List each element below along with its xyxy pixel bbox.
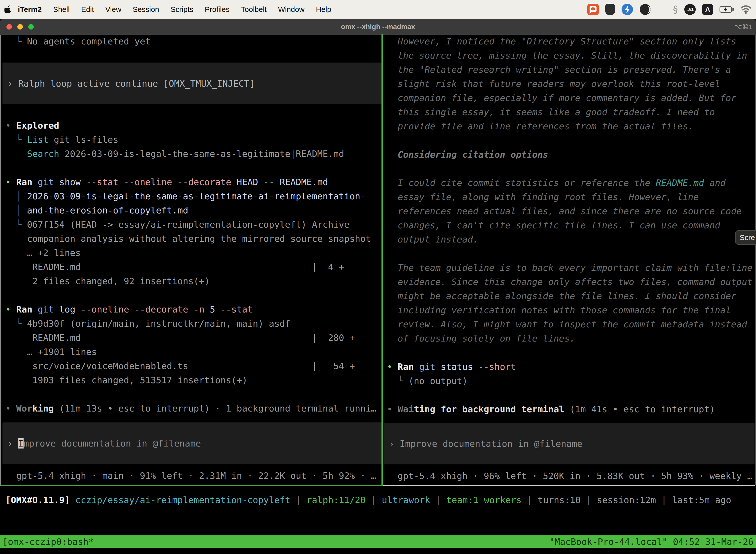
battery-percent-icon[interactable]: ..61 bbox=[684, 4, 696, 15]
text-segment: essay file, along with finding root file… bbox=[387, 192, 699, 202]
battery-icon[interactable] bbox=[719, 6, 734, 13]
menu-item-edit[interactable]: Edit bbox=[81, 5, 94, 14]
text-segment: cczip/essay/ai-reimplementation-copyleft bbox=[75, 495, 291, 505]
keeper-icon[interactable] bbox=[587, 4, 599, 15]
text-segment: • bbox=[5, 120, 16, 130]
text-segment: › bbox=[389, 439, 399, 449]
terminal-line bbox=[2, 48, 382, 63]
text-segment: … +2 lines bbox=[5, 248, 81, 258]
text-segment: Wai bbox=[397, 404, 414, 414]
omx-status-line: [OMX#0.11.9] cczip/essay/ai-reimplementa… bbox=[2, 493, 754, 507]
inject-banner[interactable]: › Ralph loop active continue [OMX_TMUX_I… bbox=[2, 63, 382, 104]
text-segment: king bbox=[32, 403, 54, 413]
terminal-line: • Ran git log --oneline --decorate -n 5 … bbox=[2, 302, 382, 317]
text-segment: Ralph loop active continue [OMX_TMUX_INJ… bbox=[18, 78, 255, 89]
text-segment: Ran bbox=[16, 177, 32, 187]
text-segment: └ bbox=[5, 36, 27, 46]
text-segment: | bbox=[656, 495, 672, 505]
menu-item-toolbelt[interactable]: Toolbelt bbox=[241, 5, 267, 14]
text-segment: 067f154 (HEAD -> essay/ai-reimplementati… bbox=[27, 219, 350, 230]
text-segment: git ls-files bbox=[48, 134, 118, 145]
right-input-box[interactable]: › Improve documentation in @filename bbox=[384, 423, 755, 464]
left-input-box[interactable]: › Improve documentation in @filename bbox=[2, 423, 382, 464]
menu-item-view[interactable]: View bbox=[106, 5, 121, 14]
window-titlebar[interactable]: omx --xhigh --madmax ⌥⌘1 bbox=[0, 19, 756, 35]
text-segment: 1903 files changed, 513517 insertions(+) bbox=[5, 375, 247, 385]
text-segment: ting for background terminal bbox=[414, 404, 564, 414]
text-segment: However, I noticed the "Directory Struct… bbox=[387, 36, 737, 46]
right-pane-bottom-border bbox=[383, 485, 755, 486]
text-segment: status bbox=[435, 362, 478, 372]
text-segment bbox=[129, 304, 135, 315]
text-segment: -- bbox=[134, 304, 145, 315]
dots-grid-icon[interactable] bbox=[657, 5, 667, 14]
text-segment bbox=[188, 304, 194, 315]
menu-item-window[interactable]: Window bbox=[278, 5, 305, 14]
text-segment: Explored bbox=[16, 120, 59, 130]
menu-item-shell[interactable]: Shell bbox=[53, 5, 70, 14]
text-segment bbox=[32, 177, 38, 187]
terminal-line: the source tree, missing the essay. Stil… bbox=[384, 48, 755, 63]
input-source-icon[interactable]: A bbox=[702, 4, 713, 15]
terminal-line: of focusing solely on file lines. bbox=[384, 331, 755, 345]
apple-icon bbox=[4, 5, 11, 14]
text-segment: └ bbox=[5, 319, 27, 329]
text-segment: No agents completed yet bbox=[27, 36, 151, 46]
text-segment: mprove documentation in @filename bbox=[23, 438, 201, 448]
text-segment: stat bbox=[231, 304, 253, 315]
text-segment: │ bbox=[5, 191, 27, 201]
text-segment: › bbox=[7, 78, 18, 89]
apple-menu[interactable] bbox=[4, 5, 11, 14]
text-segment: README.md bbox=[656, 178, 704, 188]
left-pane-bottom-border bbox=[1, 485, 381, 486]
terminal-line: src/voice/voiceModeEnabled.ts | 54 + bbox=[2, 359, 382, 373]
screen-tooltip-label: Scre bbox=[740, 233, 755, 242]
terminal-line: └ 4b9d30f (origin/main, instructkr/main,… bbox=[2, 317, 382, 331]
menu-item-session[interactable]: Session bbox=[133, 5, 159, 14]
right-input-prompt[interactable]: › Improve documentation in @filename bbox=[384, 437, 755, 451]
text-segment: The team guideline is to back every impo… bbox=[387, 263, 753, 273]
screen: iTerm2 Shell Edit View Session Scripts P… bbox=[0, 0, 756, 554]
left-input-prompt[interactable]: › Improve documentation in @filename bbox=[2, 436, 382, 450]
pane-divider[interactable] bbox=[381, 34, 383, 486]
terminal-line: • Ran git status --short bbox=[384, 359, 755, 374]
text-segment: I bbox=[18, 438, 23, 448]
text-segment: 2026-03-09-is-legal-the-same-as-legitima… bbox=[27, 191, 366, 201]
text-segment: this single essay, it seems like a good … bbox=[387, 107, 715, 117]
text-segment: README.md bbox=[274, 177, 328, 187]
left-pane-lines-top: └ No agents completed yet bbox=[2, 34, 382, 63]
menu-item-help[interactable]: Help bbox=[316, 5, 331, 14]
crescent-icon[interactable] bbox=[639, 4, 651, 15]
text-segment: └ bbox=[5, 134, 27, 145]
text-segment: Ran bbox=[16, 304, 32, 315]
text-segment: oneline bbox=[134, 177, 172, 187]
text-segment: Search bbox=[27, 149, 59, 159]
menu-items: iTerm2 Shell Edit View Session Scripts P… bbox=[18, 5, 331, 14]
text-segment: 2 files changed, 92 insertions(+) bbox=[5, 276, 210, 286]
text-segment: Ran bbox=[397, 362, 414, 372]
text-segment: | bbox=[581, 495, 597, 505]
text-segment: evidence. Since this change only affects… bbox=[387, 277, 753, 287]
menu-item-iterm2[interactable]: iTerm2 bbox=[18, 5, 42, 14]
terminal-line: • Explored bbox=[2, 118, 382, 132]
terminal-line: including verification notes with those … bbox=[384, 303, 755, 317]
terminal-line: README.md | 4 + bbox=[2, 260, 382, 274]
wifi-icon[interactable] bbox=[740, 5, 752, 14]
tmux-host-clock: "MacBook-Pro-44.local" 04:52 31-Mar-26 bbox=[549, 537, 754, 547]
terminal-line: companion analysis without altering the … bbox=[2, 232, 382, 246]
squiggle-icon[interactable]: § bbox=[673, 4, 678, 15]
terminal-line bbox=[2, 161, 382, 175]
menu-item-scripts[interactable]: Scripts bbox=[171, 5, 193, 14]
shield-grid-icon[interactable] bbox=[605, 4, 615, 15]
text-segment: the source tree, missing the essay. Stil… bbox=[387, 50, 747, 61]
text-segment: 4b9d30f (origin/main, instructkr/main, m… bbox=[27, 319, 291, 329]
text-segment bbox=[118, 177, 124, 187]
text-segment: - bbox=[194, 304, 199, 315]
text-segment: -- bbox=[86, 177, 97, 187]
text-segment: team:1 workers bbox=[446, 495, 521, 505]
menu-item-profiles[interactable]: Profiles bbox=[205, 5, 230, 14]
right-edge-border bbox=[755, 35, 756, 485]
text-segment: -- bbox=[124, 177, 134, 187]
text-segment: 5 bbox=[204, 304, 220, 315]
blue-bolt-icon[interactable] bbox=[622, 4, 633, 15]
